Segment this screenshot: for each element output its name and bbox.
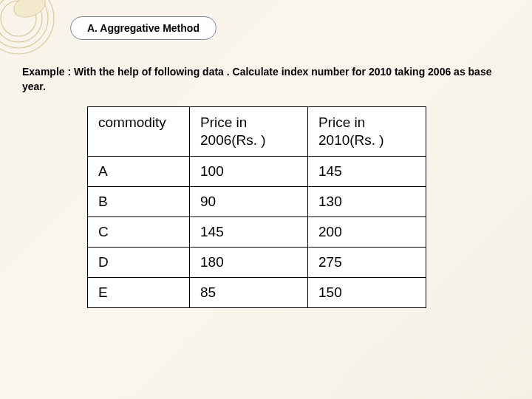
cell-price-2010: 130 xyxy=(308,186,426,216)
cell-price-2006: 145 xyxy=(190,216,308,247)
cell-commodity: D xyxy=(88,247,190,277)
cell-price-2006: 100 xyxy=(190,156,308,186)
section-title-badge: A. Aggregative Method xyxy=(70,16,216,40)
cell-commodity: C xyxy=(88,216,190,247)
table-header-row: commodity Price in 2006(Rs. ) Price in 2… xyxy=(88,107,426,157)
table-row: D 180 275 xyxy=(88,247,426,277)
svg-point-1 xyxy=(0,0,48,48)
svg-point-3 xyxy=(1,1,36,36)
header-commodity: commodity xyxy=(88,107,190,157)
cell-commodity: A xyxy=(88,156,190,186)
cell-price-2010: 150 xyxy=(308,277,426,307)
header-price-2006: Price in 2006(Rs. ) xyxy=(190,107,308,157)
cell-price-2006: 180 xyxy=(190,247,308,277)
price-table: commodity Price in 2006(Rs. ) Price in 2… xyxy=(87,106,426,308)
svg-point-4 xyxy=(11,0,49,21)
cell-commodity: E xyxy=(88,277,190,307)
cell-price-2010: 145 xyxy=(308,156,426,186)
table-row: C 145 200 xyxy=(88,216,426,247)
svg-point-2 xyxy=(0,0,42,42)
table-row: E 85 150 xyxy=(88,277,426,307)
section-title-text: A. Aggregative Method xyxy=(87,22,200,34)
cell-price-2010: 275 xyxy=(308,247,426,277)
cell-price-2006: 90 xyxy=(190,186,308,216)
table-row: A 100 145 xyxy=(88,156,426,186)
example-prompt: Example : With the help of following dat… xyxy=(22,65,510,94)
cell-commodity: B xyxy=(88,186,190,216)
svg-point-0 xyxy=(0,0,54,54)
cell-price-2006: 85 xyxy=(190,277,308,307)
header-price-2010: Price in 2010(Rs. ) xyxy=(308,107,426,157)
cell-price-2010: 200 xyxy=(308,216,426,247)
table-row: B 90 130 xyxy=(88,186,426,216)
